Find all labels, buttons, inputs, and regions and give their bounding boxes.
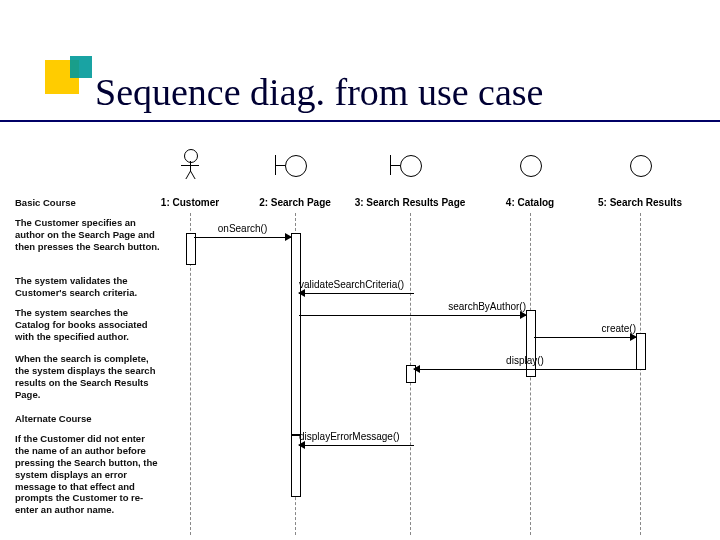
message-label: validateSearchCriteria() [299,279,414,290]
lifeline-label-resultspage: 3: Search Results Page [355,197,466,208]
lifeline-label-catalog: 4: Catalog [506,197,554,208]
message-label: onSearch() [194,223,291,234]
slide-accent-teal [70,56,92,78]
narration-step: The system validates the Customer's sear… [15,275,160,299]
narration-step: The Customer specifies an author on the … [15,217,160,253]
lifeline-label-customer: 1: Customer [161,197,219,208]
lifeline-label-searchresults: 5: Search Results [598,197,682,208]
activation-searchresults [636,333,646,370]
activation-searchpage [291,233,301,435]
message-searchbyauthor: searchByAuthor() [299,305,526,319]
message-display: display() [414,359,636,373]
message-error: displayErrorMessage() [299,435,414,449]
message-label: display() [414,355,636,366]
sequence-diagram: 1: Customer 2: Search Page 3: Search Res… [15,135,710,535]
message-validate: validateSearchCriteria() [299,283,414,297]
message-label: displayErrorMessage() [299,431,414,442]
actor-icon [178,149,202,181]
slide-title: Sequence diag. from use case [95,70,543,114]
narration-step: The system searches the Catalog for book… [15,307,160,343]
entity-icon [520,155,542,177]
heading-basic-course: Basic Course [15,197,160,209]
title-underline [0,120,720,122]
heading-alternate-course: Alternate Course [15,413,160,425]
message-create: create() [534,327,636,341]
lifeline-label-searchpage: 2: Search Page [259,197,331,208]
message-label: searchByAuthor() [299,301,526,312]
narration-step: If the Customer did not enter the name o… [15,433,160,516]
message-label: create() [534,323,636,334]
message-onsearch: onSearch() [194,227,291,241]
narration-step: When the search is complete, the system … [15,353,160,401]
entity-icon [630,155,652,177]
lifeline-searchresults [640,213,641,535]
